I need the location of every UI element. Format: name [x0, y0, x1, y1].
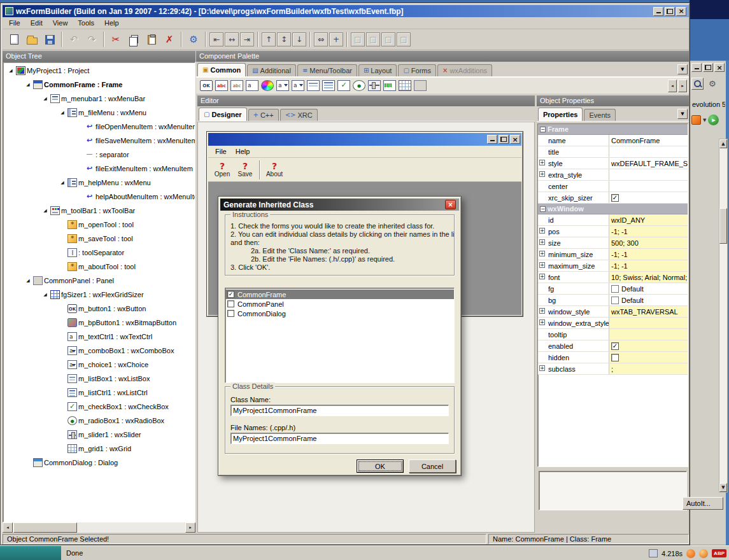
- bgwindow-restore-button[interactable]: [703, 63, 713, 72]
- tree-node-m-combobox1-wxcombobox[interactable]: m_comboBox1 : wxComboBox: [3, 344, 195, 358]
- delete-button[interactable]: ✗: [161, 31, 178, 48]
- checkbox-icon[interactable]: ✓: [611, 194, 619, 202]
- property-value-cell[interactable]: CommonFrame: [609, 135, 688, 146]
- background-window[interactable]: × ⚙ evolution 5 ▼ ▶ ▲ ▼: [690, 60, 726, 545]
- expand-icon[interactable]: +: [539, 160, 545, 165]
- expand-icon[interactable]: +: [539, 228, 545, 234]
- expand-icon[interactable]: +: [539, 239, 545, 245]
- play-button[interactable]: ▶: [708, 115, 719, 125]
- tree-node-m-button1-wxbutton[interactable]: m_button1 : wxButton: [3, 302, 195, 316]
- preview-restore-button[interactable]: [499, 135, 509, 144]
- tree-node-m-toolbar1-wxtoolbar[interactable]: ◢m_toolBar1 : wxToolBar: [3, 204, 195, 218]
- firefox-tray-icon[interactable]: [686, 549, 695, 558]
- tree-node-m-savetool-tool[interactable]: m_saveTool : tool: [3, 232, 195, 246]
- form-item-commondialog[interactable]: CommonDialog: [225, 309, 454, 318]
- checkbox-icon[interactable]: ✓: [611, 342, 619, 350]
- dialog-titlebar[interactable]: Generate Inherited Class ×: [220, 199, 459, 211]
- properties-tab-events[interactable]: Events: [584, 109, 616, 121]
- property-row-extra-style[interactable]: +extra_style: [538, 169, 688, 181]
- background-scrollbar[interactable]: ▲ ▼: [719, 139, 728, 493]
- property-row-tooltip[interactable]: tooltip: [538, 329, 688, 340]
- property-value-cell[interactable]: -1; -1: [609, 260, 688, 271]
- tree-node-toolseparator[interactable]: : toolSeparator: [3, 246, 195, 260]
- adblock-tray-icon[interactable]: ABP: [712, 549, 726, 557]
- property-value-cell[interactable]: ;: [609, 363, 688, 374]
- tree-horizontal-scrollbar[interactable]: ◂ ▸: [3, 522, 195, 533]
- tree-node-separator[interactable]: : separator: [3, 148, 195, 162]
- radio-icon[interactable]: [353, 80, 365, 91]
- property-row-size[interactable]: +size500; 300: [538, 237, 688, 249]
- property-value-cell[interactable]: ✓: [609, 192, 688, 203]
- zoom-tool-button[interactable]: [691, 78, 704, 90]
- form-item-commonframe[interactable]: ✓CommonFrame: [225, 290, 454, 299]
- preview-menu-file[interactable]: File: [211, 146, 231, 157]
- property-value-cell[interactable]: [609, 318, 688, 328]
- palette-tab-common[interactable]: ▣Common: [197, 63, 246, 76]
- align-center-vertical-button[interactable]: ↕: [277, 32, 291, 46]
- preview-menu-help[interactable]: Help: [231, 146, 255, 157]
- property-value-cell[interactable]: [609, 169, 688, 180]
- tree-node-commonframe-frame[interactable]: ◢CommonFrame : Frame: [3, 78, 195, 92]
- checkbox-icon[interactable]: [611, 354, 619, 361]
- properties-tab-properties[interactable]: Properties: [538, 108, 583, 121]
- tree-node-m-abouttool-tool[interactable]: m_aboutTool : tool: [3, 260, 195, 274]
- messenger-tray-icon[interactable]: [699, 549, 708, 558]
- color-swatch[interactable]: [611, 297, 619, 304]
- palette-tab-additional[interactable]: ▤Additional: [247, 64, 296, 76]
- property-row-name[interactable]: nameCommonFrame: [538, 135, 688, 146]
- property-row-id[interactable]: idwxID_ANY: [538, 214, 688, 226]
- button-icon[interactable]: [200, 80, 213, 91]
- forms-checklist[interactable]: ✓CommonFrameCommonPanelCommonDialog: [225, 288, 455, 383]
- property-row-title[interactable]: title: [538, 146, 688, 158]
- property-value-cell[interactable]: -1; -1: [609, 249, 688, 260]
- expander-icon[interactable]: ◢: [41, 208, 49, 213]
- paste-button[interactable]: [143, 31, 160, 48]
- cancel-button[interactable]: Cancel: [409, 459, 456, 473]
- redo-button[interactable]: ↷: [83, 31, 100, 48]
- preview-close-button[interactable]: ×: [510, 135, 520, 144]
- tree-node-commondialog-dialog[interactable]: CommonDialog : Dialog: [3, 456, 195, 470]
- gear-icon[interactable]: ⚙: [709, 79, 716, 88]
- tree-node-filesavemenuitem-wxmenuitem[interactable]: fileSaveMenuItem : wxMenuItem: [3, 134, 195, 148]
- tree-node-m-grid1-wxgrid[interactable]: m_grid1 : wxGrid: [3, 442, 195, 456]
- minimize-button[interactable]: [653, 7, 663, 16]
- property-row-pos[interactable]: +pos-1; -1: [538, 226, 688, 237]
- palette-tab-wxadditions[interactable]: ×wxAdditions: [437, 64, 492, 76]
- property-row-center[interactable]: center: [538, 181, 688, 192]
- statictext-color-icon[interactable]: [215, 80, 228, 91]
- property-row-subclass[interactable]: +subclass;: [538, 363, 688, 375]
- checkbox-icon[interactable]: [227, 300, 234, 307]
- tree-node-m-textctrl1-wxtextctrl[interactable]: m_textCtrl1 : wxTextCtrl: [3, 330, 195, 344]
- align-right-button[interactable]: ⇥: [240, 32, 254, 46]
- tree-node-m-slider1-wxslider[interactable]: m_slider1 : wxSlider: [3, 428, 195, 442]
- align-center-horizontal-button[interactable]: ↔: [225, 32, 239, 46]
- colourwheel-icon[interactable]: [261, 80, 274, 91]
- property-row-font[interactable]: +font10; Swiss; Arial; Normal;: [538, 272, 688, 283]
- form-item-commonpanel[interactable]: CommonPanel: [225, 299, 454, 309]
- stretch-button[interactable]: +: [329, 32, 343, 46]
- textctrl-icon[interactable]: [246, 80, 258, 91]
- menu-file[interactable]: File: [4, 18, 25, 28]
- preview-tool-open[interactable]: ?Open: [211, 159, 234, 181]
- expander-icon[interactable]: ◢: [59, 110, 66, 115]
- ok-button[interactable]: OK: [357, 459, 404, 473]
- expander-icon[interactable]: ◢: [59, 180, 66, 185]
- collapse-icon[interactable]: −: [540, 206, 546, 212]
- expand-icon[interactable]: +: [539, 171, 545, 177]
- tree-node-m-bpbutton1-wxbitmapbutton[interactable]: m_bpButton1 : wxBitmapButton: [3, 316, 195, 330]
- tree-node-m-listbox1-wxlistbox[interactable]: m_listBox1 : wxListBox: [3, 372, 195, 386]
- tree-node-m-choice1-wxchoice[interactable]: m_choice1 : wxChoice: [3, 358, 195, 372]
- expander-icon[interactable]: ◢: [7, 68, 15, 73]
- scroll-up-button[interactable]: ▲: [719, 139, 727, 148]
- dialog-close-button[interactable]: ×: [445, 200, 456, 209]
- tree-node-m-opentool-tool[interactable]: m_openTool : tool: [3, 218, 195, 232]
- border-right-button[interactable]: □: [366, 32, 380, 46]
- checkbox-icon[interactable]: [337, 80, 350, 91]
- generate-code-button[interactable]: ⚙: [185, 31, 202, 48]
- expander-icon[interactable]: ◢: [41, 96, 49, 101]
- editor-tab-c[interactable]: +C++: [248, 109, 279, 121]
- expander-icon[interactable]: ◢: [41, 292, 49, 297]
- new-file-button[interactable]: [6, 31, 22, 48]
- expand-icon[interactable]: +: [539, 274, 545, 279]
- gauge-icon[interactable]: [383, 80, 396, 91]
